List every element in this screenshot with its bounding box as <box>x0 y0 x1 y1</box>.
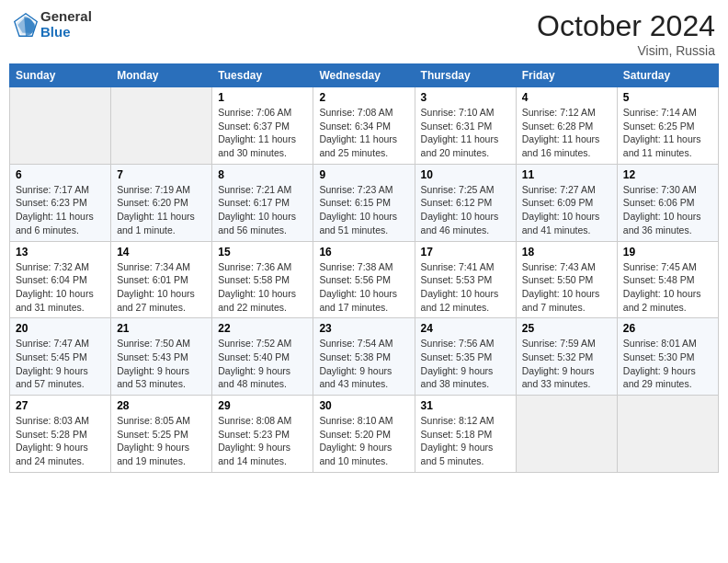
calendar-table: SundayMondayTuesdayWednesdayThursdayFrid… <box>9 63 719 473</box>
cell-content: Sunrise: 7:52 AM Sunset: 5:40 PM Dayligh… <box>218 337 307 391</box>
weekday-header-thursday: Thursday <box>415 64 516 87</box>
calendar-cell: 3Sunrise: 7:10 AM Sunset: 6:31 PM Daylig… <box>415 87 516 165</box>
day-number: 12 <box>623 168 712 181</box>
cell-content: Sunrise: 8:08 AM Sunset: 5:23 PM Dayligh… <box>218 414 307 468</box>
cell-content: Sunrise: 7:12 AM Sunset: 6:28 PM Dayligh… <box>522 106 611 160</box>
day-number: 26 <box>623 322 712 335</box>
logo: General Blue <box>13 9 92 40</box>
calendar-cell <box>10 87 111 165</box>
logo-general: General <box>40 8 92 24</box>
calendar-cell <box>617 396 718 473</box>
cell-content: Sunrise: 7:19 AM Sunset: 6:20 PM Dayligh… <box>117 183 206 237</box>
cell-content: Sunrise: 7:56 AM Sunset: 5:35 PM Dayligh… <box>421 337 510 391</box>
calendar-cell: 9Sunrise: 7:23 AM Sunset: 6:15 PM Daylig… <box>313 164 415 241</box>
calendar-cell: 29Sunrise: 8:08 AM Sunset: 5:23 PM Dayli… <box>212 396 313 473</box>
logo-icon <box>13 12 39 38</box>
day-number: 24 <box>421 322 510 335</box>
calendar-cell: 1Sunrise: 7:06 AM Sunset: 6:37 PM Daylig… <box>212 87 313 165</box>
calendar-cell: 18Sunrise: 7:43 AM Sunset: 5:50 PM Dayli… <box>516 241 617 318</box>
day-number: 28 <box>117 399 206 412</box>
day-number: 6 <box>16 168 105 181</box>
day-number: 27 <box>16 399 105 412</box>
calendar-cell: 28Sunrise: 8:05 AM Sunset: 5:25 PM Dayli… <box>111 396 212 473</box>
day-number: 9 <box>319 168 408 181</box>
day-number: 29 <box>218 399 307 412</box>
calendar-cell: 10Sunrise: 7:25 AM Sunset: 6:12 PM Dayli… <box>415 164 516 241</box>
weekday-header-tuesday: Tuesday <box>212 64 313 87</box>
day-number: 8 <box>218 168 307 181</box>
day-number: 31 <box>421 399 510 412</box>
cell-content: Sunrise: 7:27 AM Sunset: 6:09 PM Dayligh… <box>522 183 611 237</box>
month-year-title: October 2024 <box>537 9 715 43</box>
cell-content: Sunrise: 7:25 AM Sunset: 6:12 PM Dayligh… <box>421 183 510 237</box>
cell-content: Sunrise: 8:12 AM Sunset: 5:18 PM Dayligh… <box>421 414 510 468</box>
calendar-cell: 26Sunrise: 8:01 AM Sunset: 5:30 PM Dayli… <box>617 318 718 396</box>
day-number: 2 <box>319 91 408 104</box>
cell-content: Sunrise: 8:03 AM Sunset: 5:28 PM Dayligh… <box>16 414 105 468</box>
calendar-cell: 11Sunrise: 7:27 AM Sunset: 6:09 PM Dayli… <box>516 164 617 241</box>
calendar-cell: 21Sunrise: 7:50 AM Sunset: 5:43 PM Dayli… <box>111 318 212 396</box>
cell-content: Sunrise: 7:08 AM Sunset: 6:34 PM Dayligh… <box>319 106 408 160</box>
cell-content: Sunrise: 7:34 AM Sunset: 6:01 PM Dayligh… <box>117 260 206 315</box>
title-block: October 2024 Visim, Russia <box>537 9 715 58</box>
day-number: 19 <box>623 246 712 259</box>
day-number: 16 <box>319 246 408 259</box>
weekday-header-sunday: Sunday <box>10 64 111 87</box>
calendar-cell <box>111 87 212 165</box>
cell-content: Sunrise: 7:59 AM Sunset: 5:32 PM Dayligh… <box>522 337 611 391</box>
calendar-cell: 25Sunrise: 7:59 AM Sunset: 5:32 PM Dayli… <box>516 318 617 396</box>
cell-content: Sunrise: 7:54 AM Sunset: 5:38 PM Dayligh… <box>319 337 408 391</box>
cell-content: Sunrise: 7:41 AM Sunset: 5:53 PM Dayligh… <box>421 260 510 315</box>
calendar-cell: 22Sunrise: 7:52 AM Sunset: 5:40 PM Dayli… <box>212 318 313 396</box>
cell-content: Sunrise: 7:36 AM Sunset: 5:58 PM Dayligh… <box>218 260 307 315</box>
cell-content: Sunrise: 7:38 AM Sunset: 5:56 PM Dayligh… <box>319 260 408 315</box>
day-number: 11 <box>522 168 611 181</box>
location-subtitle: Visim, Russia <box>537 43 715 58</box>
day-number: 25 <box>522 322 611 335</box>
cell-content: Sunrise: 7:50 AM Sunset: 5:43 PM Dayligh… <box>117 337 206 391</box>
calendar-cell: 31Sunrise: 8:12 AM Sunset: 5:18 PM Dayli… <box>415 396 516 473</box>
cell-content: Sunrise: 7:32 AM Sunset: 6:04 PM Dayligh… <box>16 260 105 315</box>
calendar-cell: 6Sunrise: 7:17 AM Sunset: 6:23 PM Daylig… <box>10 164 111 241</box>
day-number: 21 <box>117 322 206 335</box>
calendar-cell: 19Sunrise: 7:45 AM Sunset: 5:48 PM Dayli… <box>617 241 718 318</box>
calendar-cell: 4Sunrise: 7:12 AM Sunset: 6:28 PM Daylig… <box>516 87 617 165</box>
day-number: 23 <box>319 322 408 335</box>
day-number: 22 <box>218 322 307 335</box>
calendar-cell: 7Sunrise: 7:19 AM Sunset: 6:20 PM Daylig… <box>111 164 212 241</box>
weekday-header-saturday: Saturday <box>617 64 718 87</box>
logo-blue: Blue <box>40 24 71 40</box>
calendar-cell <box>516 396 617 473</box>
weekday-header-wednesday: Wednesday <box>313 64 415 87</box>
cell-content: Sunrise: 7:47 AM Sunset: 5:45 PM Dayligh… <box>16 337 105 391</box>
calendar-cell: 16Sunrise: 7:38 AM Sunset: 5:56 PM Dayli… <box>313 241 415 318</box>
cell-content: Sunrise: 7:30 AM Sunset: 6:06 PM Dayligh… <box>623 183 712 237</box>
cell-content: Sunrise: 8:10 AM Sunset: 5:20 PM Dayligh… <box>319 414 408 468</box>
calendar-week-row: 27Sunrise: 8:03 AM Sunset: 5:28 PM Dayli… <box>10 396 719 473</box>
calendar-week-row: 13Sunrise: 7:32 AM Sunset: 6:04 PM Dayli… <box>10 241 719 318</box>
calendar-week-row: 20Sunrise: 7:47 AM Sunset: 5:45 PM Dayli… <box>10 318 719 396</box>
calendar-week-row: 6Sunrise: 7:17 AM Sunset: 6:23 PM Daylig… <box>10 164 719 241</box>
day-number: 10 <box>421 168 510 181</box>
cell-content: Sunrise: 7:23 AM Sunset: 6:15 PM Dayligh… <box>319 183 408 237</box>
day-number: 14 <box>117 246 206 259</box>
day-number: 18 <box>522 246 611 259</box>
calendar-cell: 23Sunrise: 7:54 AM Sunset: 5:38 PM Dayli… <box>313 318 415 396</box>
calendar-cell: 20Sunrise: 7:47 AM Sunset: 5:45 PM Dayli… <box>10 318 111 396</box>
calendar-header: SundayMondayTuesdayWednesdayThursdayFrid… <box>10 64 719 87</box>
day-number: 3 <box>421 91 510 104</box>
cell-content: Sunrise: 8:05 AM Sunset: 5:25 PM Dayligh… <box>117 414 206 468</box>
calendar-cell: 17Sunrise: 7:41 AM Sunset: 5:53 PM Dayli… <box>415 241 516 318</box>
calendar-cell: 15Sunrise: 7:36 AM Sunset: 5:58 PM Dayli… <box>212 241 313 318</box>
day-number: 20 <box>16 322 105 335</box>
calendar-cell: 5Sunrise: 7:14 AM Sunset: 6:25 PM Daylig… <box>617 87 718 165</box>
calendar-cell: 2Sunrise: 7:08 AM Sunset: 6:34 PM Daylig… <box>313 87 415 165</box>
calendar-cell: 30Sunrise: 8:10 AM Sunset: 5:20 PM Dayli… <box>313 396 415 473</box>
calendar-cell: 24Sunrise: 7:56 AM Sunset: 5:35 PM Dayli… <box>415 318 516 396</box>
calendar-cell: 27Sunrise: 8:03 AM Sunset: 5:28 PM Dayli… <box>10 396 111 473</box>
cell-content: Sunrise: 7:43 AM Sunset: 5:50 PM Dayligh… <box>522 260 611 315</box>
weekday-header-friday: Friday <box>516 64 617 87</box>
weekday-header-monday: Monday <box>111 64 212 87</box>
cell-content: Sunrise: 7:14 AM Sunset: 6:25 PM Dayligh… <box>623 106 712 160</box>
cell-content: Sunrise: 7:10 AM Sunset: 6:31 PM Dayligh… <box>421 106 510 160</box>
